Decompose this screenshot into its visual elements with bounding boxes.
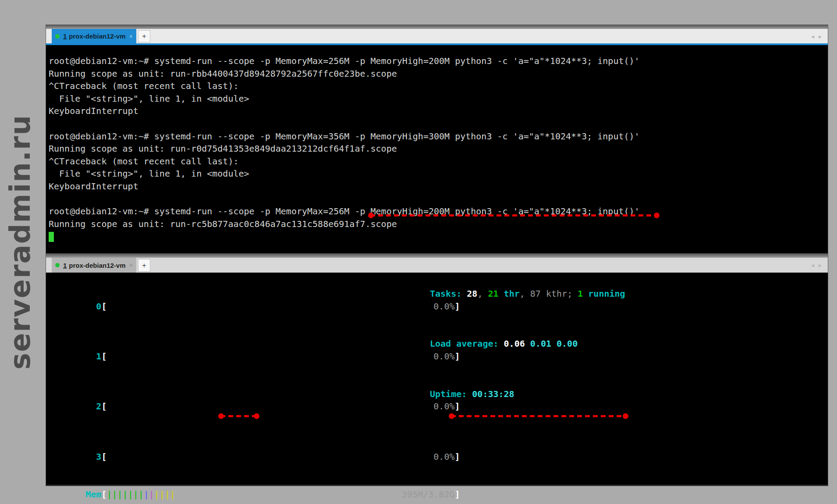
meter-open-bracket: [ [101,451,106,462]
shell-line: KeyboardInterrupt [49,180,828,193]
tab-title: prox-debian12-vm [69,262,125,269]
annotation-dot-icon [623,413,628,419]
tab-close-icon[interactable]: × [129,262,133,269]
new-tab-button[interactable]: + [138,30,150,43]
shell-line: File "<string>", line 1, in <module> [49,92,828,105]
annotation-underline-res-202m [220,415,257,417]
tab-number: 1 [63,262,67,269]
shell-line: Running scope as unit: run-rbb4400437d89… [49,67,828,80]
cpu0-meter-line: 0[0.0%] Tasks: 28, 21 thr, 87 kthr; 1 ru… [46,287,828,337]
tab-bar-shell: 1 prox-debian12-vm × + ◂ ▸ [46,29,828,43]
meter-close-bracket: ] [454,489,460,500]
meter-close-bracket: ] [454,401,460,412]
htop-terminal[interactable]: 0[0.0%] Tasks: 28, 21 thr, 87 kthr; 1 ru… [46,273,828,485]
tab-scroll-arrows: ◂ ▸ [811,258,822,273]
terminal-tab-htop[interactable]: 1 prox-debian12-vm × [52,258,136,273]
tab-status-dot-icon [55,34,60,39]
meter-close-bracket: ] [454,301,460,312]
new-tab-button[interactable]: + [138,259,150,272]
meter-open-bracket: [ [101,351,106,362]
meter-open-bracket: [ [101,301,106,312]
memory-meter: |||||||||||||395M/3.82G [106,488,454,501]
annotation-underline-memoryhigh-command [370,214,657,217]
meter-open-bracket: [ [101,401,106,412]
tab-scroll-arrows: ◂ ▸ [811,29,822,43]
window-top-shadow [46,253,828,258]
annotation-dot-icon [449,413,454,419]
shell-line: Running scope as unit: run-r0d75d41353e8… [49,142,828,155]
annotation-dot-icon [218,413,224,419]
cpu0-meter: 0.0% [106,300,454,313]
load-average: Load average: 0.06 0.01 0.00 [430,337,578,350]
tab-title: prox-debian12-vm [69,32,125,40]
meter-close-bracket: ] [454,351,460,362]
shell-terminal-output[interactable]: root@debian12-vm:~# systemd-run --scope … [46,45,828,253]
shell-line: KeyboardInterrupt [49,105,828,117]
watermark-text: serveradmin.ru [4,114,36,369]
shell-line: File "<string>", line 1, in <module> [49,167,828,180]
terminal-window: 1 prox-debian12-vm × + ◂ ▸ root@debian12… [46,25,828,486]
cpu3-meter: 0.0% [106,451,454,463]
scroll-tabs-right-icon[interactable]: ▸ [819,33,822,40]
terminal-tab-shell[interactable]: 1 prox-debian12-vm × [52,29,136,43]
cpu1-meter: 0.0% [106,350,454,363]
tab-number: 1 [63,32,67,40]
annotation-dot-icon [368,213,374,218]
shell-line: ^CTraceback (most recent call last): [49,80,828,92]
annotation-underline-python-command [451,415,626,417]
cpu2-meter-line: 2[0.0%] Uptime: 00:33:28 [46,388,828,438]
meter-close-bracket: ] [454,451,460,462]
shell-line: ^CTraceback (most recent call last): [49,155,828,168]
cpu1-meter-line: 1[0.0%] Load average: 0.06 0.01 0.00 [46,337,828,387]
cpu2-meter: 0.0% [106,400,454,413]
tasks-summary: Tasks: 28, 21 thr, 87 kthr; 1 running [430,287,625,300]
tab-status-dot-icon [55,263,60,267]
scroll-tabs-right-icon[interactable]: ▸ [819,262,822,269]
uptime: Uptime: 00:33:28 [430,388,514,401]
memory-meter-line: Mem[|||||||||||||395M/3.82G] [46,476,828,504]
shell-line: Running scope as unit: run-rc5b877aac0c8… [49,218,828,231]
shell-line [49,193,828,206]
shell-prompt-line [49,230,828,243]
shell-line [49,117,828,130]
shell-line: root@debian12-vm:~# systemd-run --scope … [49,55,828,67]
cpu3-meter-line: 3[0.0%] [46,438,828,476]
annotation-dot-icon [654,213,660,218]
meter-open-bracket: [ [101,489,106,500]
window-top-shadow [46,25,828,29]
shell-line: root@debian12-vm:~# systemd-run --scope … [49,130,828,143]
scroll-tabs-left-icon[interactable]: ◂ [811,262,814,269]
tab-bar-htop: 1 prox-debian12-vm × + ◂ ▸ [46,258,828,273]
annotation-dot-icon [254,413,259,419]
scroll-tabs-left-icon[interactable]: ◂ [811,33,814,40]
terminal-cursor [49,232,54,242]
tab-close-icon[interactable]: × [129,33,133,40]
